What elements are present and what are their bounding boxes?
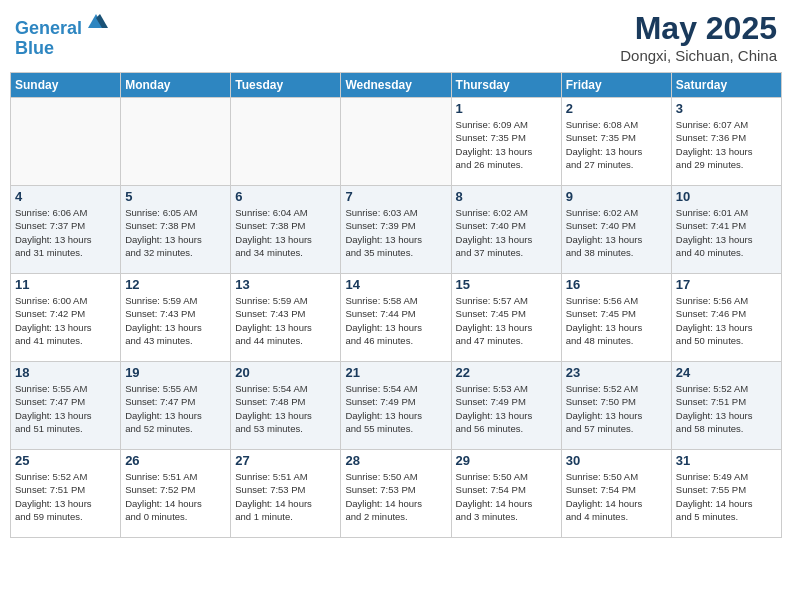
day-number: 22 <box>456 365 557 380</box>
day-info: Sunrise: 5:51 AMSunset: 7:52 PMDaylight:… <box>125 470 226 523</box>
day-info: Sunrise: 6:03 AMSunset: 7:39 PMDaylight:… <box>345 206 446 259</box>
day-number: 9 <box>566 189 667 204</box>
day-info: Sunrise: 5:54 AMSunset: 7:49 PMDaylight:… <box>345 382 446 435</box>
weekday-saturday: Saturday <box>671 73 781 98</box>
calendar-cell: 31Sunrise: 5:49 AMSunset: 7:55 PMDayligh… <box>671 450 781 538</box>
calendar-cell: 2Sunrise: 6:08 AMSunset: 7:35 PMDaylight… <box>561 98 671 186</box>
day-number: 11 <box>15 277 116 292</box>
day-info: Sunrise: 6:08 AMSunset: 7:35 PMDaylight:… <box>566 118 667 171</box>
day-info: Sunrise: 6:01 AMSunset: 7:41 PMDaylight:… <box>676 206 777 259</box>
calendar-cell: 18Sunrise: 5:55 AMSunset: 7:47 PMDayligh… <box>11 362 121 450</box>
day-info: Sunrise: 5:54 AMSunset: 7:48 PMDaylight:… <box>235 382 336 435</box>
day-info: Sunrise: 5:51 AMSunset: 7:53 PMDaylight:… <box>235 470 336 523</box>
weekday-friday: Friday <box>561 73 671 98</box>
day-info: Sunrise: 5:56 AMSunset: 7:46 PMDaylight:… <box>676 294 777 347</box>
day-number: 31 <box>676 453 777 468</box>
week-row-5: 25Sunrise: 5:52 AMSunset: 7:51 PMDayligh… <box>11 450 782 538</box>
day-info: Sunrise: 5:55 AMSunset: 7:47 PMDaylight:… <box>15 382 116 435</box>
calendar-cell: 19Sunrise: 5:55 AMSunset: 7:47 PMDayligh… <box>121 362 231 450</box>
calendar-cell: 7Sunrise: 6:03 AMSunset: 7:39 PMDaylight… <box>341 186 451 274</box>
day-number: 2 <box>566 101 667 116</box>
day-number: 6 <box>235 189 336 204</box>
day-info: Sunrise: 6:04 AMSunset: 7:38 PMDaylight:… <box>235 206 336 259</box>
logo: General Blue <box>15 10 108 59</box>
day-number: 29 <box>456 453 557 468</box>
calendar-cell: 5Sunrise: 6:05 AMSunset: 7:38 PMDaylight… <box>121 186 231 274</box>
day-number: 24 <box>676 365 777 380</box>
day-number: 20 <box>235 365 336 380</box>
calendar-cell: 4Sunrise: 6:06 AMSunset: 7:37 PMDaylight… <box>11 186 121 274</box>
calendar-cell: 3Sunrise: 6:07 AMSunset: 7:36 PMDaylight… <box>671 98 781 186</box>
day-info: Sunrise: 6:00 AMSunset: 7:42 PMDaylight:… <box>15 294 116 347</box>
weekday-wednesday: Wednesday <box>341 73 451 98</box>
day-info: Sunrise: 6:02 AMSunset: 7:40 PMDaylight:… <box>566 206 667 259</box>
weekday-header-row: SundayMondayTuesdayWednesdayThursdayFrid… <box>11 73 782 98</box>
calendar-cell: 25Sunrise: 5:52 AMSunset: 7:51 PMDayligh… <box>11 450 121 538</box>
calendar-cell: 21Sunrise: 5:54 AMSunset: 7:49 PMDayligh… <box>341 362 451 450</box>
day-info: Sunrise: 5:59 AMSunset: 7:43 PMDaylight:… <box>125 294 226 347</box>
week-row-1: 1Sunrise: 6:09 AMSunset: 7:35 PMDaylight… <box>11 98 782 186</box>
calendar-table: SundayMondayTuesdayWednesdayThursdayFrid… <box>10 72 782 538</box>
day-number: 27 <box>235 453 336 468</box>
calendar-cell: 6Sunrise: 6:04 AMSunset: 7:38 PMDaylight… <box>231 186 341 274</box>
day-info: Sunrise: 5:52 AMSunset: 7:51 PMDaylight:… <box>15 470 116 523</box>
calendar-cell: 28Sunrise: 5:50 AMSunset: 7:53 PMDayligh… <box>341 450 451 538</box>
calendar-cell: 27Sunrise: 5:51 AMSunset: 7:53 PMDayligh… <box>231 450 341 538</box>
week-row-2: 4Sunrise: 6:06 AMSunset: 7:37 PMDaylight… <box>11 186 782 274</box>
day-number: 23 <box>566 365 667 380</box>
day-number: 26 <box>125 453 226 468</box>
calendar-cell: 15Sunrise: 5:57 AMSunset: 7:45 PMDayligh… <box>451 274 561 362</box>
calendar-cell: 22Sunrise: 5:53 AMSunset: 7:49 PMDayligh… <box>451 362 561 450</box>
day-number: 25 <box>15 453 116 468</box>
calendar-cell: 30Sunrise: 5:50 AMSunset: 7:54 PMDayligh… <box>561 450 671 538</box>
day-number: 17 <box>676 277 777 292</box>
logo-general: General <box>15 18 82 38</box>
weekday-thursday: Thursday <box>451 73 561 98</box>
day-info: Sunrise: 5:57 AMSunset: 7:45 PMDaylight:… <box>456 294 557 347</box>
day-info: Sunrise: 5:49 AMSunset: 7:55 PMDaylight:… <box>676 470 777 523</box>
calendar-cell: 14Sunrise: 5:58 AMSunset: 7:44 PMDayligh… <box>341 274 451 362</box>
day-number: 4 <box>15 189 116 204</box>
calendar-cell: 29Sunrise: 5:50 AMSunset: 7:54 PMDayligh… <box>451 450 561 538</box>
day-info: Sunrise: 6:07 AMSunset: 7:36 PMDaylight:… <box>676 118 777 171</box>
calendar-cell <box>11 98 121 186</box>
day-number: 28 <box>345 453 446 468</box>
day-info: Sunrise: 5:56 AMSunset: 7:45 PMDaylight:… <box>566 294 667 347</box>
day-number: 10 <box>676 189 777 204</box>
logo-icon <box>84 10 108 34</box>
day-info: Sunrise: 6:06 AMSunset: 7:37 PMDaylight:… <box>15 206 116 259</box>
day-number: 8 <box>456 189 557 204</box>
day-number: 21 <box>345 365 446 380</box>
calendar-cell: 13Sunrise: 5:59 AMSunset: 7:43 PMDayligh… <box>231 274 341 362</box>
weekday-sunday: Sunday <box>11 73 121 98</box>
day-info: Sunrise: 5:50 AMSunset: 7:53 PMDaylight:… <box>345 470 446 523</box>
calendar-cell: 9Sunrise: 6:02 AMSunset: 7:40 PMDaylight… <box>561 186 671 274</box>
day-number: 3 <box>676 101 777 116</box>
day-info: Sunrise: 5:53 AMSunset: 7:49 PMDaylight:… <box>456 382 557 435</box>
location-title: Dongxi, Sichuan, China <box>620 47 777 64</box>
day-info: Sunrise: 5:55 AMSunset: 7:47 PMDaylight:… <box>125 382 226 435</box>
day-info: Sunrise: 5:59 AMSunset: 7:43 PMDaylight:… <box>235 294 336 347</box>
title-block: May 2025 Dongxi, Sichuan, China <box>620 10 777 64</box>
day-info: Sunrise: 5:50 AMSunset: 7:54 PMDaylight:… <box>566 470 667 523</box>
calendar-cell: 10Sunrise: 6:01 AMSunset: 7:41 PMDayligh… <box>671 186 781 274</box>
day-number: 1 <box>456 101 557 116</box>
day-number: 19 <box>125 365 226 380</box>
day-info: Sunrise: 5:50 AMSunset: 7:54 PMDaylight:… <box>456 470 557 523</box>
day-info: Sunrise: 6:09 AMSunset: 7:35 PMDaylight:… <box>456 118 557 171</box>
day-number: 12 <box>125 277 226 292</box>
day-number: 15 <box>456 277 557 292</box>
month-title: May 2025 <box>620 10 777 47</box>
calendar-cell: 26Sunrise: 5:51 AMSunset: 7:52 PMDayligh… <box>121 450 231 538</box>
calendar-body: 1Sunrise: 6:09 AMSunset: 7:35 PMDaylight… <box>11 98 782 538</box>
logo-blue: Blue <box>15 38 54 58</box>
calendar-cell: 16Sunrise: 5:56 AMSunset: 7:45 PMDayligh… <box>561 274 671 362</box>
calendar-cell <box>231 98 341 186</box>
calendar-cell: 24Sunrise: 5:52 AMSunset: 7:51 PMDayligh… <box>671 362 781 450</box>
calendar-cell: 17Sunrise: 5:56 AMSunset: 7:46 PMDayligh… <box>671 274 781 362</box>
day-info: Sunrise: 6:02 AMSunset: 7:40 PMDaylight:… <box>456 206 557 259</box>
calendar-cell: 1Sunrise: 6:09 AMSunset: 7:35 PMDaylight… <box>451 98 561 186</box>
day-number: 30 <box>566 453 667 468</box>
calendar-cell: 11Sunrise: 6:00 AMSunset: 7:42 PMDayligh… <box>11 274 121 362</box>
day-info: Sunrise: 5:52 AMSunset: 7:50 PMDaylight:… <box>566 382 667 435</box>
